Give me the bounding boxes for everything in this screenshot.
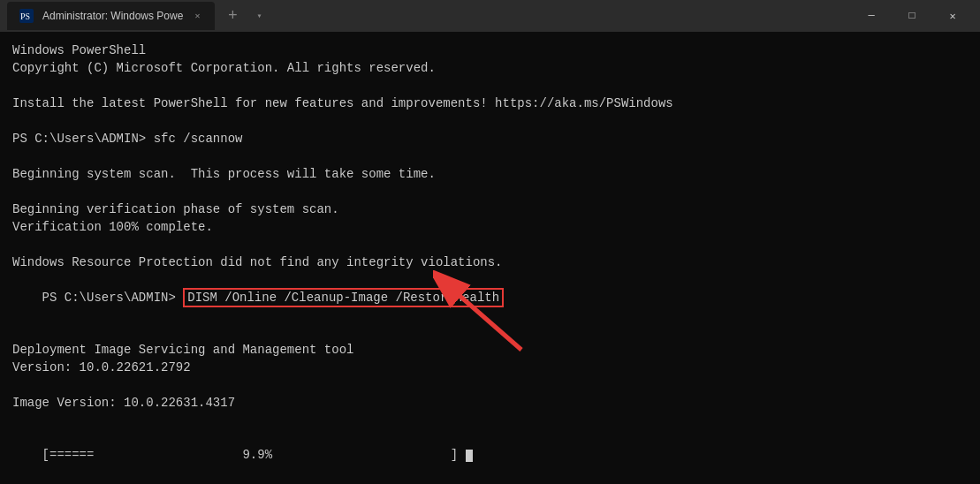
- terminal-content: Windows PowerShell Copyright (C) Microso…: [0, 32, 980, 484]
- terminal-line-10: Beginning verification phase of system s…: [12, 201, 968, 219]
- terminal-line-19: Image Version: 10.0.22631.4317: [12, 395, 968, 412]
- terminal-line-14: PS C:\Users\ADMIN> DISM /Online /Cleanup…: [12, 272, 968, 324]
- minimize-button[interactable]: ─: [851, 0, 892, 32]
- terminal-line-16: Deployment Image Servicing and Managemen…: [12, 342, 968, 359]
- active-tab[interactable]: PS Administrator: Windows Powe ✕: [7, 2, 215, 30]
- terminal-line-18: [12, 377, 968, 395]
- titlebar-left: PS Administrator: Windows Powe ✕ + ▾: [7, 2, 844, 30]
- window-controls: ─ □ ✕: [851, 0, 973, 32]
- tab-close-button[interactable]: ✕: [190, 9, 204, 23]
- terminal-line-17: Version: 10.0.22621.2792: [12, 359, 968, 377]
- maximize-button[interactable]: □: [892, 0, 932, 32]
- tabs-dropdown-button[interactable]: ▾: [250, 7, 268, 25]
- terminal-line-15: [12, 324, 968, 342]
- terminal-line-6: PS C:\Users\ADMIN> sfc /scannow: [12, 131, 968, 148]
- close-button[interactable]: ✕: [932, 0, 973, 32]
- new-tab-button[interactable]: +: [220, 4, 245, 28]
- terminal-line-2: Copyright (C) Microsoft Corporation. All…: [12, 60, 968, 78]
- terminal-line-13: Windows Resource Protection did not find…: [12, 254, 968, 272]
- prompt-prefix: PS C:\Users\ADMIN>: [42, 291, 184, 305]
- terminal-progress-line: [====== 9.9% ]: [12, 430, 968, 482]
- terminal-line-1: Windows PowerShell: [12, 42, 968, 60]
- terminal-cursor: [466, 450, 473, 462]
- terminal-line-9: [12, 184, 968, 201]
- progress-percentage: 9.9%: [94, 448, 272, 462]
- powershell-icon: PS: [18, 7, 35, 25]
- terminal-line-7: [12, 148, 968, 166]
- terminal-line-4: Install the latest PowerShell for new fe…: [12, 95, 968, 113]
- terminal-line-3: [12, 78, 968, 95]
- tab-title: Administrator: Windows Powe: [42, 10, 183, 22]
- svg-text:PS: PS: [20, 11, 30, 21]
- dism-command-highlight: DISM /Online /Cleanup-Image /RestoreHeal…: [183, 288, 504, 307]
- terminal-line-20: [12, 412, 968, 430]
- terminal-line-12: [12, 237, 968, 254]
- terminal-line-11: Verification 100% complete.: [12, 219, 968, 237]
- terminal-line-5: [12, 113, 968, 131]
- titlebar: PS Administrator: Windows Powe ✕ + ▾ ─ □…: [0, 0, 980, 32]
- terminal-line-8: Beginning system scan. This process will…: [12, 166, 968, 184]
- progress-bar-end: ]: [272, 448, 465, 462]
- progress-bar-start: [======: [42, 448, 95, 462]
